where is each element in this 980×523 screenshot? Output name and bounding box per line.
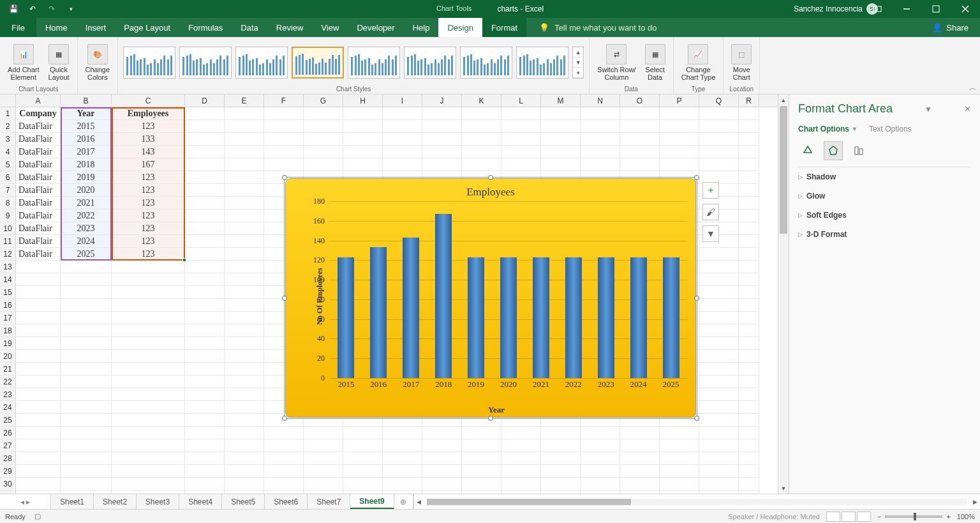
cell-I3[interactable] [383,133,422,146]
cell-E7[interactable] [225,184,264,197]
cell-A4[interactable]: DataFlair [16,146,61,158]
cell-A1[interactable]: Company [16,107,61,120]
tab-format[interactable]: Format [482,18,526,37]
row-header-30[interactable]: 30 [0,478,16,490]
cell-C22[interactable] [112,375,185,388]
cell-F31[interactable] [264,490,304,494]
cell-E9[interactable] [225,209,264,222]
cell-J5[interactable] [422,158,462,171]
cell-B10[interactable]: 2023 [61,222,112,235]
bar-2024[interactable] [630,257,647,378]
column-header-D[interactable]: D [185,95,225,107]
cell-H28[interactable] [343,452,383,465]
cell-R15[interactable] [739,286,759,299]
cell-E11[interactable] [225,235,264,248]
cell-B22[interactable] [61,375,112,388]
cell-D15[interactable] [185,286,225,299]
chart-styles-more-button[interactable]: ▲▼▾ [572,47,584,79]
chart-filters-button[interactable]: ▼ [702,225,719,242]
cell-R1[interactable] [739,107,759,120]
cell-O29[interactable] [620,465,660,478]
column-header-L[interactable]: L [501,95,541,107]
cell-E22[interactable] [225,375,264,388]
cell-R22[interactable] [739,375,759,388]
cell-Q27[interactable] [699,439,739,452]
cell-E31[interactable] [225,490,264,494]
cell-A25[interactable] [16,414,61,427]
cell-E17[interactable] [225,312,264,324]
cell-H3[interactable] [343,133,383,146]
page-break-view-button[interactable] [857,512,871,522]
cell-K31[interactable] [462,490,501,494]
cell-Q23[interactable] [699,388,739,401]
cell-N26[interactable] [581,427,620,439]
cell-L1[interactable] [501,107,541,120]
cell-R25[interactable] [739,414,759,427]
cell-R5[interactable] [739,158,759,171]
cell-I30[interactable] [383,478,422,490]
chart-options-tab[interactable]: Chart Options▼ [798,125,858,133]
cell-A20[interactable] [16,350,61,363]
maximize-icon[interactable] [921,0,951,18]
cell-A18[interactable] [16,324,61,337]
cell-A9[interactable]: DataFlair [16,209,61,222]
cell-K28[interactable] [462,452,501,465]
add-chart-element-button[interactable]: 📊Add Chart Element [5,43,42,82]
switch-row-column-button[interactable]: ⇄Switch Row/ Column [595,43,639,82]
cell-C1[interactable]: Employees [112,107,185,120]
cell-K3[interactable] [462,133,501,146]
cell-B21[interactable] [61,363,112,375]
cell-C14[interactable] [112,273,185,286]
collapse-ribbon-icon[interactable]: ︿ [969,83,976,93]
cell-H27[interactable] [343,439,383,452]
cell-J29[interactable] [422,465,462,478]
cell-I5[interactable] [383,158,422,171]
cell-A24[interactable] [16,401,61,414]
column-header-H[interactable]: H [343,95,383,107]
cell-A31[interactable] [16,490,61,494]
bar-2018[interactable] [435,214,452,378]
cell-E4[interactable] [225,146,264,158]
tab-data[interactable]: Data [232,18,267,37]
cell-Q28[interactable] [699,452,739,465]
cell-B11[interactable]: 2024 [61,235,112,248]
row-header-21[interactable]: 21 [0,363,16,375]
row-header-20[interactable]: 20 [0,350,16,363]
cell-A15[interactable] [16,286,61,299]
scroll-left-icon[interactable]: ◀ [417,499,421,505]
cell-M31[interactable] [541,490,581,494]
cell-P3[interactable] [660,133,699,146]
sheet-tab-sheet1[interactable]: Sheet1 [51,494,94,509]
cell-R19[interactable] [739,337,759,350]
cell-A3[interactable]: DataFlair [16,133,61,146]
cell-J30[interactable] [422,478,462,490]
cell-A17[interactable] [16,312,61,324]
cell-J1[interactable] [422,107,462,120]
cell-F4[interactable] [264,146,304,158]
shadow-section[interactable]: ▷Shadow [798,167,971,186]
tab-review[interactable]: Review [267,18,313,37]
row-header-24[interactable]: 24 [0,401,16,414]
zoom-slider[interactable]: − + [877,513,951,520]
cell-A7[interactable]: DataFlair [16,184,61,197]
close-pane-icon[interactable]: ✕ [964,104,971,114]
row-header-12[interactable]: 12 [0,248,16,261]
scroll-right-icon[interactable]: ▶ [973,499,977,505]
cell-R11[interactable] [739,235,759,248]
cell-F1[interactable] [264,107,304,120]
data-series-bars[interactable] [330,201,687,378]
qat-customize-icon[interactable]: ▾ [63,1,79,17]
cell-F29[interactable] [264,465,304,478]
tab-insert[interactable]: Insert [77,18,115,37]
cell-R12[interactable] [739,248,759,261]
cell-L28[interactable] [501,452,541,465]
cell-E28[interactable] [225,452,264,465]
move-chart-button[interactable]: ⬚Move Chart [729,43,754,82]
cell-M1[interactable] [541,107,581,120]
bar-2019[interactable] [468,257,484,378]
cell-G27[interactable] [304,439,343,452]
cell-B13[interactable] [61,261,112,273]
row-header-27[interactable]: 27 [0,439,16,452]
cell-K1[interactable] [462,107,501,120]
cell-P31[interactable] [660,490,699,494]
